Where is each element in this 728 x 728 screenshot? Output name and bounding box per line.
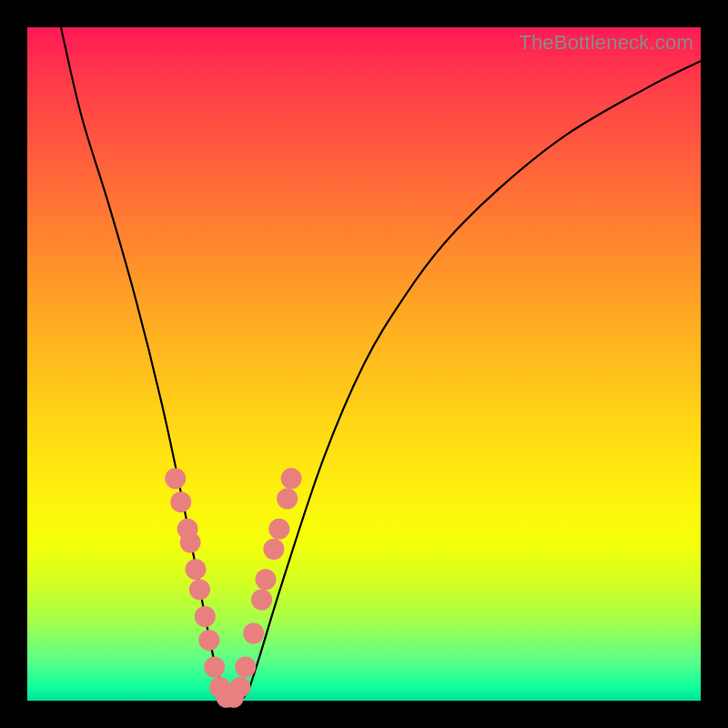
data-marker — [268, 519, 289, 540]
data-marker — [229, 677, 250, 698]
data-marker — [198, 630, 219, 651]
data-marker — [195, 606, 216, 627]
data-marker — [263, 539, 284, 560]
plot-area: TheBottleneck.com — [27, 27, 701, 701]
data-marker — [170, 491, 191, 512]
data-marker — [277, 489, 298, 510]
data-marker — [180, 532, 201, 553]
curve-svg — [27, 27, 701, 701]
bottleneck-curve — [61, 27, 701, 701]
data-marker — [255, 569, 276, 590]
data-marker — [189, 579, 210, 600]
data-marker — [235, 657, 256, 678]
data-marker — [165, 468, 186, 489]
data-marker — [281, 468, 302, 489]
data-marker — [243, 623, 264, 644]
chart-frame: TheBottleneck.com — [0, 0, 728, 728]
data-marker — [186, 559, 207, 580]
data-marker — [251, 590, 272, 611]
data-marker — [204, 657, 225, 678]
